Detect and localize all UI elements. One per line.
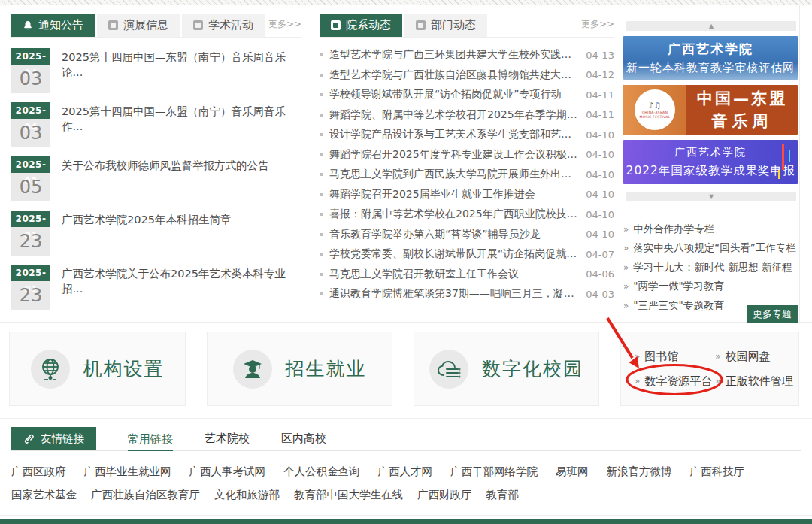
date-block: 2025-01 23 — [11, 265, 50, 310]
news-item[interactable]: 舞蹈学院、附属中等艺术学校召开2025年春季学期第二...04-11 — [320, 105, 614, 126]
notice-item[interactable]: 2025-03 05 关于公布我校师德师风监督举报方式的公告 — [11, 156, 301, 201]
quick-box-digital-campus[interactable]: 数字化校园 — [414, 332, 599, 406]
notices-more-link[interactable]: 更多>> — [268, 18, 301, 37]
more-topics-button[interactable]: 更多专题 — [747, 305, 798, 323]
topic-label[interactable]: "两学一做"学习教育 — [633, 280, 723, 293]
news-title[interactable]: 马克思主义学院到广西民族大学马院开展师生外出实践... — [329, 168, 578, 181]
topic-label[interactable]: 学习十九大：新时代 新思想 新征程 — [633, 261, 792, 274]
news-date: 04-12 — [586, 69, 614, 80]
arrow-icon: » — [715, 351, 720, 362]
tab-academic-activities[interactable]: 学术活动 — [182, 14, 265, 37]
friend-tab-common-links[interactable]: 常用链接 — [128, 428, 173, 451]
quick-box-admissions-employment[interactable]: 招生就业 — [207, 332, 392, 406]
bullet-icon — [320, 153, 323, 156]
banner-scroll-down-button[interactable]: ▼ — [626, 192, 796, 201]
link-campus-netdisk[interactable]: »校园网盘 — [715, 350, 792, 364]
news-title[interactable]: 造型艺术学院与广西壮族自治区藤县博物馆共建大学生... — [329, 68, 578, 82]
tab-notice-announcements[interactable]: 通知公告 — [11, 14, 95, 37]
news-title[interactable]: 造型艺术学院与广西三环集团共建大学生校外实践教育... — [329, 48, 578, 62]
topic-label[interactable]: 中外合作办学专栏 — [633, 223, 714, 236]
date-block: 2025-01 23 — [11, 211, 50, 256]
notice-item[interactable]: 2025-04 03 2025第十四届中国—东盟（南宁）音乐周音乐作... — [11, 102, 301, 147]
friend-link[interactable]: 广西人事考试网 — [189, 465, 266, 479]
news-title[interactable]: 舞蹈学院召开2025年度学科专业建设工作会议积极推进... — [329, 148, 578, 162]
news-item[interactable]: 舞蹈学院召开2025届毕业生就业工作推进会04-10 — [320, 185, 614, 205]
friend-link[interactable]: 文化和旅游部 — [214, 488, 280, 502]
friend-link[interactable]: 易班网 — [556, 465, 589, 479]
friend-link[interactable]: 广西干部网络学院 — [450, 465, 538, 479]
friend-tab-art-schools[interactable]: 艺术院校 — [205, 427, 250, 450]
banner-scroll-up-button[interactable]: ▲ — [626, 21, 796, 31]
friend-link[interactable]: 教育部 — [486, 488, 520, 502]
topic-label[interactable]: 落实中央八项规定“回头看”工作专栏 — [633, 241, 796, 255]
news-item[interactable]: 喜报：附属中等艺术学校在2025年广西职业院校技能大...04-10 — [320, 204, 614, 225]
notice-title[interactable]: 广西艺术学院2025年本科招生简章 — [62, 211, 231, 256]
news-item[interactable]: 学校领导谢斌带队开展“访企拓岗促就业”专项行动04-11 — [320, 85, 614, 105]
tab-department-news[interactable]: 院系动态 — [320, 14, 402, 37]
quick-box-organization[interactable]: 机构设置 — [9, 332, 186, 406]
news-title[interactable]: 舞蹈学院召开2025届毕业生就业工作推进会 — [329, 188, 578, 201]
link-label[interactable]: 数字资源平台 — [644, 374, 712, 389]
news-title[interactable]: 喜报：附属中等艺术学校在2025年广西职业院校技能大... — [329, 207, 578, 221]
link-digital-resource-platform[interactable]: »数字资源平台 — [635, 374, 712, 389]
friend-tab-regional-universities[interactable]: 区内高校 — [281, 427, 326, 450]
news-title[interactable]: 音乐教育学院举办第六期“苔岑谈”辅导员沙龙 — [329, 228, 578, 241]
news-item[interactable]: 舞蹈学院召开2025年度学科专业建设工作会议积极推进...04-10 — [320, 145, 614, 165]
friend-link[interactable]: 广西壮族自治区教育厅 — [91, 488, 200, 502]
tab-exhibition-info[interactable]: 演展信息 — [97, 14, 180, 37]
link-label[interactable]: 正版软件管理 — [726, 374, 793, 389]
friend-link[interactable]: 广西科技厅 — [690, 465, 745, 479]
topic-link[interactable]: »"两学一做"学习教育 — [623, 277, 799, 297]
friend-link[interactable]: 广西毕业生就业网 — [84, 465, 171, 479]
friend-link[interactable]: 教育部中国大学生在线 — [294, 488, 403, 502]
news-item[interactable]: 通识教育学院博雅笔谈第37期——唱响三月三，凝聚民...04-03 — [320, 284, 614, 304]
friend-link[interactable]: 广西区政府 — [11, 465, 66, 479]
news-item[interactable]: 音乐教育学院举办第六期“苔岑谈”辅导员沙龙04-10 — [320, 225, 614, 245]
news-title[interactable]: 学校领导谢斌带队开展“访企拓岗促就业”专项行动 — [329, 88, 578, 101]
friend-link[interactable]: 广西人才网 — [378, 465, 433, 479]
news-title[interactable]: 马克思主义学院召开教研室主任工作会议 — [329, 268, 578, 281]
date-month: 2025-04 — [11, 102, 50, 119]
tab-label: 院系动态 — [346, 18, 391, 32]
notice-title[interactable]: 关于公布我校师德师风监督举报方式的公告 — [62, 156, 269, 201]
news-item[interactable]: 造型艺术学院与广西壮族自治区藤县博物馆共建大学生...04-12 — [320, 65, 614, 86]
banner-teaching-award[interactable]: 广西艺术学院 2022年国家级教学成果奖申报 — [623, 140, 798, 184]
arrow-icon: » — [623, 281, 629, 292]
news-item[interactable]: 马克思主义学院召开教研室主任工作会议04-06 — [320, 265, 614, 285]
news-item[interactable]: 马克思主义学院到广西民族大学马院开展师生外出实践...04-10 — [320, 165, 614, 185]
news-title[interactable]: 舞蹈学院、附属中等艺术学校召开2025年春季学期第二... — [329, 108, 578, 122]
notice-title[interactable]: 2025第十四届中国—东盟（南宁）音乐周音乐作... — [62, 102, 301, 147]
link-label[interactable]: 校园网盘 — [726, 350, 771, 364]
bell-icon — [23, 20, 33, 31]
tab-office-news[interactable]: 部门动态 — [404, 14, 487, 37]
news-item[interactable]: 设计学院产品设计系与工艺美术系学生党支部和艺术设...04-10 — [320, 125, 614, 145]
friend-link[interactable]: 个人公积金查询 — [283, 465, 360, 479]
news-more-link[interactable]: 更多>> — [581, 18, 614, 37]
banner-china-asean-music-week[interactable]: ♪♫ CHINA-ASEAN MUSIC FESTIVAL 中国—东盟 音乐周 — [623, 85, 798, 135]
date-day: 23 — [11, 281, 50, 310]
friend-link[interactable]: 国家艺术基金 — [11, 488, 77, 502]
link-label[interactable]: 图书馆 — [644, 350, 678, 364]
link-library[interactable]: »图书馆 — [635, 350, 712, 364]
news-title[interactable]: 通识教育学院博雅笔谈第37期——唱响三月三，凝聚民... — [329, 287, 578, 301]
date-day: 03 — [11, 65, 50, 93]
news-title[interactable]: 设计学院产品设计系与工艺美术系学生党支部和艺术设... — [329, 128, 578, 141]
friend-link[interactable]: 新浪官方微博 — [607, 465, 672, 479]
notice-title[interactable]: 2025第十四届中国—东盟（南宁）音乐周音乐论... — [62, 48, 301, 93]
link-genuine-software[interactable]: »正版软件管理 — [715, 374, 792, 389]
notice-item[interactable]: 2025-04 03 2025第十四届中国—东盟（南宁）音乐周音乐论... — [11, 48, 301, 93]
news-item[interactable]: 造型艺术学院与广西三环集团共建大学生校外实践教育...04-13 — [320, 45, 614, 65]
friend-link[interactable]: 广西财政厅 — [417, 488, 472, 502]
topic-link[interactable]: »学习十九大：新时代 新思想 新征程 — [623, 258, 799, 277]
news-date: 04-10 — [586, 189, 614, 200]
banner-audit-evaluation[interactable]: 广西艺术学院 新一轮本科教育教学审核评估网 — [623, 36, 798, 80]
date-block: 2025-03 05 — [11, 156, 50, 201]
topic-link[interactable]: »落实中央八项规定“回头看”工作专栏 — [623, 239, 799, 259]
notice-item[interactable]: 2025-01 23 广西艺术学院2025年本科招生简章 — [11, 211, 301, 256]
topic-label[interactable]: "三严三实"专题教育 — [633, 299, 723, 313]
notice-title[interactable]: 广西艺术学院关于公布2025年艺术类本科专业招... — [62, 265, 301, 310]
notice-item[interactable]: 2025-01 23 广西艺术学院关于公布2025年艺术类本科专业招... — [11, 265, 301, 310]
topic-link[interactable]: »中外合作办学专栏 — [623, 220, 799, 239]
news-title[interactable]: 学校党委常委、副校长谢斌带队开展“访企拓岗促就业... — [329, 247, 578, 261]
news-item[interactable]: 学校党委常委、副校长谢斌带队开展“访企拓岗促就业...04-07 — [320, 244, 614, 265]
